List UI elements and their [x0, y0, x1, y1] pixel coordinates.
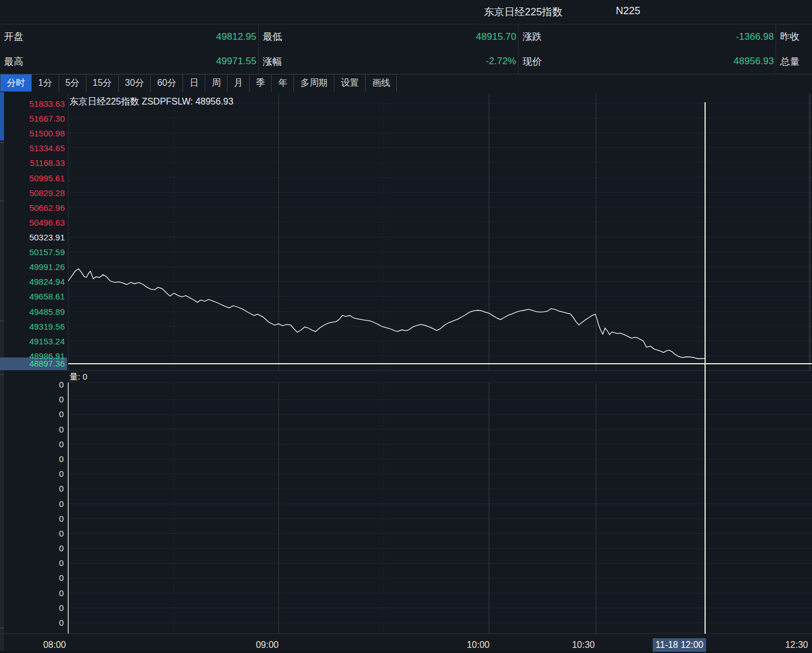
price-axis-label: 49485.89 — [5, 306, 65, 318]
quote-field: 开盘49812.95 — [0, 24, 259, 49]
quote-field: 最高49971.55 — [0, 49, 259, 74]
quote-label: 涨跌 — [523, 30, 542, 43]
series-overlay-label: 东京日经225指数 ZSDPFSLW: 48956.93 — [69, 96, 233, 108]
quote-value: 49971.55 — [216, 56, 256, 67]
tab-60分[interactable]: 60分 — [151, 74, 183, 91]
tab-月[interactable]: 月 — [227, 74, 250, 91]
price-axis-label: 51500.98 — [5, 127, 65, 139]
quote-field: 昨收 — [776, 24, 812, 49]
instrument-title: 东京日经225指数 — [484, 5, 562, 19]
time-axis-label: 09:00 — [256, 638, 279, 652]
chart-canvas[interactable] — [0, 92, 812, 653]
volume-axis-label: 0 — [7, 617, 64, 629]
price-axis-label: 50829.28 — [5, 187, 65, 199]
volume-axis-label: 0 — [7, 543, 64, 554]
price-axis-label: 49991.26 — [5, 261, 65, 273]
volume-axis-label: 0 — [7, 379, 64, 390]
chart-region[interactable]: 东京日经225指数 ZSDPFSLW: 48956.93 量: 0 48897.… — [0, 92, 812, 653]
quote-value: 48956.93 — [734, 56, 774, 67]
quote-label: 总量 — [780, 55, 799, 68]
volume-axis-label: 0 — [7, 454, 64, 465]
price-axis-label: 50157.59 — [5, 246, 65, 258]
volume-axis-label: 0 — [7, 572, 64, 584]
volume-axis-label: 0 — [7, 394, 64, 405]
price-axis-label: 49824.94 — [5, 276, 65, 288]
quote-summary-bar: 开盘49812.95最高49971.55最低48915.70涨幅-2.72%涨跌… — [0, 24, 812, 74]
time-axis-label: 08:00 — [43, 638, 66, 652]
price-axis-label: 49319.56 — [5, 321, 65, 332]
price-axis-label: 50995.61 — [5, 172, 65, 184]
price-axis-label: 51833.63 — [5, 98, 65, 110]
quote-field: 涨幅-2.72% — [259, 49, 519, 74]
quote-field: 总量 — [776, 49, 812, 74]
title-bar: 东京日经225指数 N225 — [0, 0, 812, 24]
volume-axis-label: 0 — [7, 439, 64, 450]
quote-label: 最高 — [4, 55, 23, 68]
tab-1分[interactable]: 1分 — [32, 74, 59, 91]
tab-季[interactable]: 季 — [250, 74, 272, 91]
quote-label: 涨幅 — [263, 55, 282, 68]
price-axis-label: 50496.63 — [5, 217, 65, 228]
quote-value: 49812.95 — [216, 31, 256, 43]
crosshair-time-label: 11-18 12:00 — [653, 638, 706, 652]
price-axis-label: 49153.24 — [5, 335, 65, 347]
quote-label: 最低 — [263, 30, 282, 43]
price-axis-label: 48986.91 — [5, 350, 65, 362]
tab-多周期[interactable]: 多周期 — [294, 74, 334, 91]
quote-label: 昨收 — [780, 30, 799, 43]
volume-axis-label: 0 — [7, 588, 64, 599]
tab-分时[interactable]: 分时 — [1, 74, 32, 91]
volume-axis-label: 0 — [7, 483, 64, 494]
quote-label: 现价 — [523, 55, 542, 68]
tab-周[interactable]: 周 — [205, 74, 227, 91]
period-tab-bar: 分时1分5分15分30分60分日周月季年多周期设置画线 — [0, 74, 397, 93]
trading-app-window: 东京日经225指数 N225 开盘49812.95最高49971.55最低489… — [0, 0, 812, 653]
price-axis-label: 51334.65 — [5, 142, 65, 154]
tab-5分[interactable]: 5分 — [59, 74, 86, 91]
price-axis-label: 49658.61 — [5, 290, 65, 302]
tab-画线[interactable]: 画线 — [366, 74, 397, 91]
price-axis-label: 51168.33 — [5, 157, 65, 169]
volume-axis-label: 0 — [7, 468, 64, 480]
price-axis-label: 51667.30 — [5, 113, 65, 124]
volume-axis-label: 0 — [7, 409, 64, 420]
volume-axis-label: 0 — [7, 602, 64, 614]
time-axis-label: 10:30 — [572, 638, 595, 652]
quote-label: 开盘 — [4, 30, 23, 43]
price-axis-label: 50662.96 — [5, 202, 65, 214]
quote-field: 涨跌-1366.98 — [519, 24, 776, 49]
volume-axis-label: 0 — [7, 424, 64, 435]
time-axis-label: 12:30 — [785, 638, 808, 652]
tab-日[interactable]: 日 — [183, 74, 205, 91]
tab-30分[interactable]: 30分 — [119, 74, 151, 91]
price-line-series — [68, 269, 705, 359]
quote-value: -2.72% — [486, 56, 516, 67]
volume-axis-label: 0 — [7, 558, 64, 569]
tab-设置[interactable]: 设置 — [334, 74, 366, 91]
quote-field: 现价48956.93 — [519, 49, 776, 74]
volume-indicator-label: 量: 0 — [69, 372, 88, 382]
volume-axis-label: 0 — [7, 513, 64, 525]
tab-年[interactable]: 年 — [272, 74, 294, 91]
instrument-symbol: N225 — [616, 5, 640, 17]
quote-field: 最低48915.70 — [259, 24, 519, 49]
volume-axis-label: 0 — [7, 498, 64, 510]
volume-axis-label: 0 — [7, 528, 64, 539]
price-axis-label: 50323.91 — [5, 231, 65, 243]
quote-value: 48915.70 — [476, 31, 516, 43]
quote-value: -1366.98 — [736, 31, 774, 43]
time-axis-label: 10:00 — [467, 638, 490, 652]
tab-15分[interactable]: 15分 — [86, 74, 119, 91]
